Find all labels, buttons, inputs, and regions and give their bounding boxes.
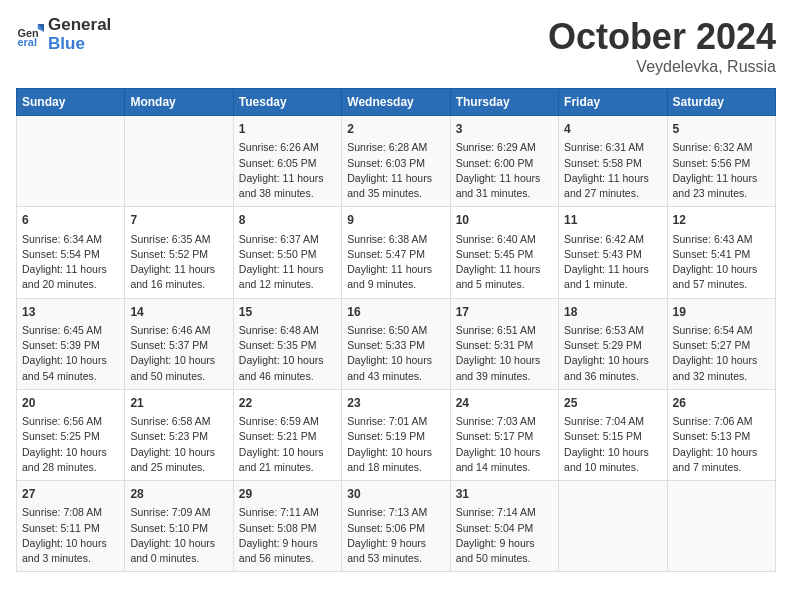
day-content: Sunrise: 7:11 AM Sunset: 5:08 PM Dayligh… bbox=[239, 505, 336, 566]
day-number: 4 bbox=[564, 121, 661, 138]
header-thursday: Thursday bbox=[450, 89, 558, 116]
calendar-cell: 24Sunrise: 7:03 AM Sunset: 5:17 PM Dayli… bbox=[450, 389, 558, 480]
calendar-table: SundayMondayTuesdayWednesdayThursdayFrid… bbox=[16, 88, 776, 572]
svg-text:eral: eral bbox=[18, 36, 37, 48]
day-number: 15 bbox=[239, 304, 336, 321]
day-content: Sunrise: 6:26 AM Sunset: 6:05 PM Dayligh… bbox=[239, 140, 336, 201]
day-number: 28 bbox=[130, 486, 227, 503]
calendar-cell: 13Sunrise: 6:45 AM Sunset: 5:39 PM Dayli… bbox=[17, 298, 125, 389]
day-number: 12 bbox=[673, 212, 770, 229]
header-wednesday: Wednesday bbox=[342, 89, 450, 116]
day-content: Sunrise: 6:45 AM Sunset: 5:39 PM Dayligh… bbox=[22, 323, 119, 384]
day-content: Sunrise: 6:54 AM Sunset: 5:27 PM Dayligh… bbox=[673, 323, 770, 384]
day-number: 26 bbox=[673, 395, 770, 412]
day-number: 17 bbox=[456, 304, 553, 321]
calendar-cell: 28Sunrise: 7:09 AM Sunset: 5:10 PM Dayli… bbox=[125, 481, 233, 572]
calendar-cell: 7Sunrise: 6:35 AM Sunset: 5:52 PM Daylig… bbox=[125, 207, 233, 298]
day-number: 22 bbox=[239, 395, 336, 412]
day-content: Sunrise: 6:50 AM Sunset: 5:33 PM Dayligh… bbox=[347, 323, 444, 384]
calendar-cell: 22Sunrise: 6:59 AM Sunset: 5:21 PM Dayli… bbox=[233, 389, 341, 480]
day-content: Sunrise: 6:37 AM Sunset: 5:50 PM Dayligh… bbox=[239, 232, 336, 293]
day-content: Sunrise: 6:51 AM Sunset: 5:31 PM Dayligh… bbox=[456, 323, 553, 384]
calendar-cell: 23Sunrise: 7:01 AM Sunset: 5:19 PM Dayli… bbox=[342, 389, 450, 480]
day-content: Sunrise: 6:53 AM Sunset: 5:29 PM Dayligh… bbox=[564, 323, 661, 384]
calendar-week-3: 13Sunrise: 6:45 AM Sunset: 5:39 PM Dayli… bbox=[17, 298, 776, 389]
day-content: Sunrise: 6:40 AM Sunset: 5:45 PM Dayligh… bbox=[456, 232, 553, 293]
day-content: Sunrise: 6:59 AM Sunset: 5:21 PM Dayligh… bbox=[239, 414, 336, 475]
day-number: 19 bbox=[673, 304, 770, 321]
calendar-cell: 12Sunrise: 6:43 AM Sunset: 5:41 PM Dayli… bbox=[667, 207, 775, 298]
day-number: 3 bbox=[456, 121, 553, 138]
calendar-week-4: 20Sunrise: 6:56 AM Sunset: 5:25 PM Dayli… bbox=[17, 389, 776, 480]
day-content: Sunrise: 7:03 AM Sunset: 5:17 PM Dayligh… bbox=[456, 414, 553, 475]
day-number: 25 bbox=[564, 395, 661, 412]
calendar-cell: 3Sunrise: 6:29 AM Sunset: 6:00 PM Daylig… bbox=[450, 116, 558, 207]
day-content: Sunrise: 6:38 AM Sunset: 5:47 PM Dayligh… bbox=[347, 232, 444, 293]
header-friday: Friday bbox=[559, 89, 667, 116]
day-number: 2 bbox=[347, 121, 444, 138]
day-number: 31 bbox=[456, 486, 553, 503]
day-number: 21 bbox=[130, 395, 227, 412]
day-content: Sunrise: 6:35 AM Sunset: 5:52 PM Dayligh… bbox=[130, 232, 227, 293]
calendar-cell: 18Sunrise: 6:53 AM Sunset: 5:29 PM Dayli… bbox=[559, 298, 667, 389]
calendar-cell: 10Sunrise: 6:40 AM Sunset: 5:45 PM Dayli… bbox=[450, 207, 558, 298]
day-number: 23 bbox=[347, 395, 444, 412]
logo-general: General bbox=[48, 16, 111, 35]
calendar-week-5: 27Sunrise: 7:08 AM Sunset: 5:11 PM Dayli… bbox=[17, 481, 776, 572]
logo: Gen eral General Blue bbox=[16, 16, 111, 53]
day-content: Sunrise: 7:04 AM Sunset: 5:15 PM Dayligh… bbox=[564, 414, 661, 475]
day-content: Sunrise: 6:29 AM Sunset: 6:00 PM Dayligh… bbox=[456, 140, 553, 201]
calendar-cell: 30Sunrise: 7:13 AM Sunset: 5:06 PM Dayli… bbox=[342, 481, 450, 572]
day-content: Sunrise: 6:28 AM Sunset: 6:03 PM Dayligh… bbox=[347, 140, 444, 201]
logo-blue: Blue bbox=[48, 35, 111, 54]
day-number: 11 bbox=[564, 212, 661, 229]
day-content: Sunrise: 7:08 AM Sunset: 5:11 PM Dayligh… bbox=[22, 505, 119, 566]
day-number: 30 bbox=[347, 486, 444, 503]
day-number: 1 bbox=[239, 121, 336, 138]
day-content: Sunrise: 6:56 AM Sunset: 5:25 PM Dayligh… bbox=[22, 414, 119, 475]
day-content: Sunrise: 6:46 AM Sunset: 5:37 PM Dayligh… bbox=[130, 323, 227, 384]
calendar-cell: 27Sunrise: 7:08 AM Sunset: 5:11 PM Dayli… bbox=[17, 481, 125, 572]
calendar-cell: 19Sunrise: 6:54 AM Sunset: 5:27 PM Dayli… bbox=[667, 298, 775, 389]
calendar-cell: 15Sunrise: 6:48 AM Sunset: 5:35 PM Dayli… bbox=[233, 298, 341, 389]
day-content: Sunrise: 7:01 AM Sunset: 5:19 PM Dayligh… bbox=[347, 414, 444, 475]
header-saturday: Saturday bbox=[667, 89, 775, 116]
day-content: Sunrise: 7:09 AM Sunset: 5:10 PM Dayligh… bbox=[130, 505, 227, 566]
calendar-cell: 25Sunrise: 7:04 AM Sunset: 5:15 PM Dayli… bbox=[559, 389, 667, 480]
calendar-week-2: 6Sunrise: 6:34 AM Sunset: 5:54 PM Daylig… bbox=[17, 207, 776, 298]
calendar-cell bbox=[125, 116, 233, 207]
header-monday: Monday bbox=[125, 89, 233, 116]
day-number: 14 bbox=[130, 304, 227, 321]
calendar-cell: 6Sunrise: 6:34 AM Sunset: 5:54 PM Daylig… bbox=[17, 207, 125, 298]
day-number: 20 bbox=[22, 395, 119, 412]
day-content: Sunrise: 6:34 AM Sunset: 5:54 PM Dayligh… bbox=[22, 232, 119, 293]
calendar-cell: 9Sunrise: 6:38 AM Sunset: 5:47 PM Daylig… bbox=[342, 207, 450, 298]
day-number: 18 bbox=[564, 304, 661, 321]
day-number: 7 bbox=[130, 212, 227, 229]
day-number: 24 bbox=[456, 395, 553, 412]
header-tuesday: Tuesday bbox=[233, 89, 341, 116]
calendar-cell: 4Sunrise: 6:31 AM Sunset: 5:58 PM Daylig… bbox=[559, 116, 667, 207]
page-header: Gen eral General Blue October 2024 Veyde… bbox=[16, 16, 776, 76]
calendar-location: Veydelevka, Russia bbox=[548, 58, 776, 76]
day-number: 9 bbox=[347, 212, 444, 229]
title-block: October 2024 Veydelevka, Russia bbox=[548, 16, 776, 76]
day-number: 8 bbox=[239, 212, 336, 229]
calendar-cell: 31Sunrise: 7:14 AM Sunset: 5:04 PM Dayli… bbox=[450, 481, 558, 572]
calendar-week-1: 1Sunrise: 6:26 AM Sunset: 6:05 PM Daylig… bbox=[17, 116, 776, 207]
calendar-cell: 29Sunrise: 7:11 AM Sunset: 5:08 PM Dayli… bbox=[233, 481, 341, 572]
day-number: 6 bbox=[22, 212, 119, 229]
calendar-cell: 1Sunrise: 6:26 AM Sunset: 6:05 PM Daylig… bbox=[233, 116, 341, 207]
calendar-title: October 2024 bbox=[548, 16, 776, 58]
day-number: 10 bbox=[456, 212, 553, 229]
calendar-cell: 14Sunrise: 6:46 AM Sunset: 5:37 PM Dayli… bbox=[125, 298, 233, 389]
day-content: Sunrise: 7:06 AM Sunset: 5:13 PM Dayligh… bbox=[673, 414, 770, 475]
generalblue-logo-icon: Gen eral bbox=[16, 21, 44, 49]
calendar-cell bbox=[667, 481, 775, 572]
day-content: Sunrise: 6:31 AM Sunset: 5:58 PM Dayligh… bbox=[564, 140, 661, 201]
day-number: 29 bbox=[239, 486, 336, 503]
calendar-cell: 5Sunrise: 6:32 AM Sunset: 5:56 PM Daylig… bbox=[667, 116, 775, 207]
calendar-cell: 2Sunrise: 6:28 AM Sunset: 6:03 PM Daylig… bbox=[342, 116, 450, 207]
day-number: 13 bbox=[22, 304, 119, 321]
day-content: Sunrise: 6:32 AM Sunset: 5:56 PM Dayligh… bbox=[673, 140, 770, 201]
